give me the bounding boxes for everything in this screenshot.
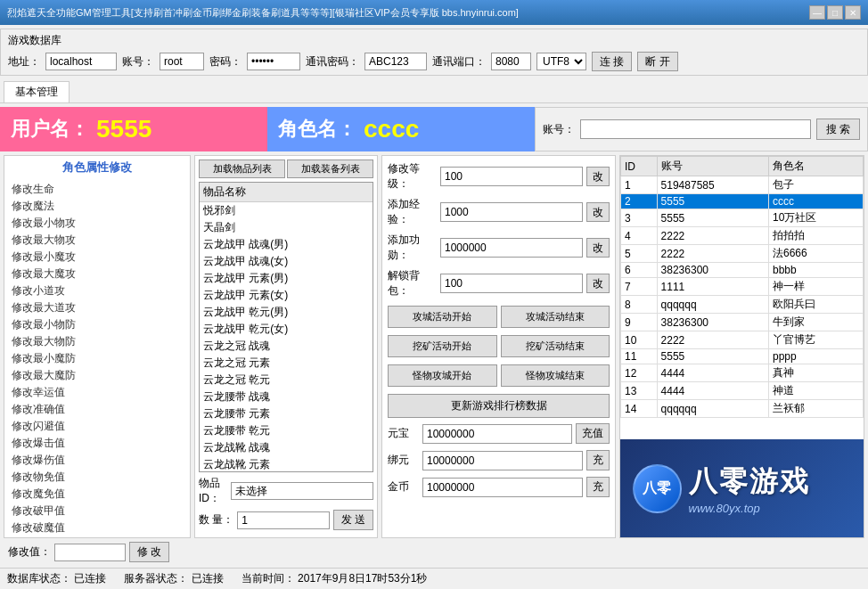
exp-input[interactable] [440,202,583,222]
table-row[interactable]: 1519487585包子 [621,176,864,194]
encoding-select[interactable]: UTF8 [536,53,586,70]
attr-list-item[interactable]: 修改最大道攻 [8,299,186,316]
modify-button[interactable]: 修 改 [129,542,169,562]
attr-list-item[interactable]: 修改最小物防 [8,316,186,333]
table-row[interactable]: 14qqqqqq兰袄郁 [621,400,864,418]
attr-list-item[interactable]: 修改幸运值 [8,384,186,401]
level-input[interactable] [440,167,583,186]
logo-main-text: 八零游戏 [689,462,810,502]
yuan-input[interactable] [422,424,572,444]
item-list-item[interactable]: 云龙战甲 乾元(男) [200,304,373,321]
siege-start-button[interactable]: 攻城活动开始 [388,306,497,328]
bag-modify-button[interactable]: 改 [586,274,610,293]
item-list-item[interactable]: 天晶剑 [200,219,373,236]
attr-list-item[interactable]: 修改破甲值 [8,503,186,519]
table-cell-id: 4 [621,227,658,245]
item-list-item[interactable]: 云龙之冠 元素 [200,355,373,372]
attr-list-item[interactable]: 修改最小物攻 [8,215,186,232]
address-input[interactable] [45,53,117,70]
attr-list-item[interactable]: 修改最大魔攻 [8,266,186,282]
attr-list-item[interactable]: 修改最小魔防 [8,350,186,367]
load-items-button[interactable]: 加载物品列表 [199,160,285,178]
attr-list-item[interactable]: 修改破魔值 [8,519,186,536]
comm-password-input[interactable] [364,53,427,70]
item-list-item[interactable]: 云龙战甲 战魂(男) [200,236,373,253]
attr-list-item[interactable]: 修改魔免值 [8,486,186,503]
modify-input[interactable] [54,544,126,561]
bind-input[interactable] [422,451,583,470]
attr-list-item[interactable]: 修改爆击值 [8,435,186,452]
table-row[interactable]: 25555cccc [621,194,864,209]
level-modify-button[interactable]: 改 [586,167,610,186]
table-row[interactable]: 124444真神 [621,364,864,382]
bag-input[interactable] [440,274,583,293]
item-id-input[interactable] [231,482,373,500]
table-row[interactable]: 638236300bbbb [621,263,864,278]
maximize-button[interactable]: □ [827,5,843,20]
search-button[interactable]: 搜 索 [816,119,860,140]
qty-input[interactable] [237,511,329,529]
item-list-item[interactable]: 悦邪剑 [200,202,373,219]
update-rank-button[interactable]: 更新游戏排行榜数据 [388,394,610,418]
attr-list-item[interactable]: 修改准确值 [8,401,186,418]
exp-modify-button[interactable]: 改 [586,202,610,222]
merit-input[interactable] [440,238,583,258]
gold-charge-button[interactable]: 充 [586,477,610,497]
table-row[interactable]: 134444神道 [621,382,864,400]
item-list-item[interactable]: 云龙战靴 元素 [200,456,373,472]
item-list-item[interactable]: 云龙战靴 战魂 [200,439,373,456]
table-row[interactable]: 71111神一样 [621,278,864,296]
password-input[interactable] [247,53,300,70]
search-input[interactable] [580,119,811,139]
table-row[interactable]: 42222拍拍拍 [621,227,864,245]
tab-basic-management[interactable]: 基本管理 [4,81,70,102]
item-list-item[interactable]: 云龙战甲 元素(女) [200,287,373,304]
merit-modify-button[interactable]: 改 [586,238,610,258]
send-button[interactable]: 发 送 [333,510,373,530]
disconnect-button[interactable]: 断 开 [637,52,677,71]
attr-list-item[interactable]: 修改最大魔防 [8,367,186,384]
mining-end-button[interactable]: 挖矿活动结束 [501,335,610,357]
attr-list-item[interactable]: 修改最大物防 [8,333,186,350]
table-row[interactable]: 3555510万社区 [621,209,864,227]
siege-end-button[interactable]: 攻城活动结束 [501,306,610,328]
account-input[interactable] [160,53,204,70]
item-list-item[interactable]: 云龙战甲 元素(男) [200,270,373,287]
server-status-value: 已连接 [192,572,224,585]
table-row[interactable]: 8qqqqqq欧阳兵曰 [621,296,864,314]
attr-list-item[interactable]: 修改魔法 [8,198,186,215]
gold-input[interactable] [422,478,583,497]
item-list-item[interactable]: 云龙之冠 乾元 [200,372,373,389]
item-list-item[interactable]: 云龙腰带 战魂 [200,389,373,405]
attr-list-item[interactable]: 修改闪避值 [8,418,186,435]
yuan-charge-button[interactable]: 充值 [576,423,610,444]
table-row[interactable]: 102222丫官博艺 [621,331,864,349]
close-button[interactable]: ✕ [845,5,861,20]
mining-start-button[interactable]: 挖矿活动开始 [388,335,497,357]
table-cell-id: 10 [621,331,658,349]
item-list-item[interactable]: 云龙之冠 战魂 [200,338,373,355]
monster-end-button[interactable]: 怪物攻城结束 [501,364,610,387]
attr-list-item[interactable]: 修改最小魔攻 [8,249,186,266]
connect-button[interactable]: 连 接 [592,52,632,71]
table-row[interactable]: 115555pppp [621,349,864,364]
item-list-item[interactable]: 云龙腰带 元素 [200,405,373,422]
monster-start-button[interactable]: 怪物攻城开始 [388,364,497,387]
attr-list-item[interactable]: 修改爆伤值 [8,452,186,469]
attr-list-item[interactable]: 修改生命 [8,181,186,198]
bind-charge-button[interactable]: 充 [586,450,610,470]
attr-list-item[interactable]: 修改最大物攻 [8,232,186,249]
minimize-button[interactable]: — [809,5,825,20]
attr-list-item[interactable]: 修改小道攻 [8,282,186,299]
load-equip-button[interactable]: 加载装备列表 [287,160,373,178]
table-row[interactable]: 938236300牛到家 [621,314,864,331]
item-list-item[interactable]: 云龙战甲 乾元(女) [200,321,373,338]
table-cell-account: qqqqqq [657,400,768,418]
col-account: 账号 [657,157,768,176]
item-list-item[interactable]: 云龙战甲 战魂(女) [200,253,373,270]
table-row[interactable]: 52222法6666 [621,245,864,263]
attr-list-item[interactable]: 修改物免值 [8,469,186,486]
item-list-item[interactable]: 云龙腰带 乾元 [200,422,373,439]
comm-port-input[interactable] [491,53,531,70]
items-panel: 加载物品列表 加载装备列表 物品名称 悦邪剑天晶剑云龙战甲 战魂(男)云龙战甲 … [194,155,378,538]
